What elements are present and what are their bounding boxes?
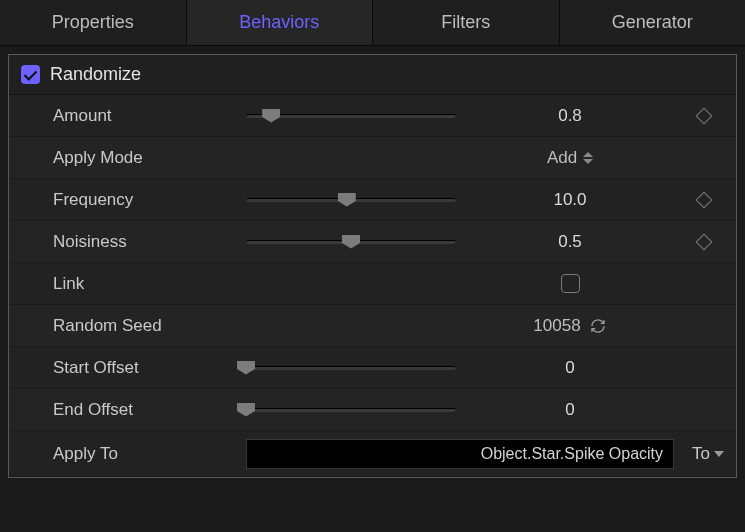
tab-properties[interactable]: Properties (0, 0, 187, 45)
regenerate-icon[interactable] (589, 317, 607, 335)
param-row-start-offset: Start Offset 0 (9, 347, 736, 389)
select-value: Add (547, 148, 577, 168)
tab-behaviors[interactable]: Behaviors (187, 0, 374, 45)
behavior-panel: Randomize Amount 0.8 Apply Mode Add Freq… (8, 54, 737, 478)
section-header: Randomize (9, 55, 736, 95)
tab-label: Properties (52, 12, 134, 33)
param-label: Frequency (53, 190, 238, 210)
frequency-slider[interactable] (246, 198, 456, 202)
param-label: End Offset (53, 400, 238, 420)
end-offset-value[interactable]: 0 (464, 400, 676, 420)
noisiness-value[interactable]: 0.5 (464, 232, 676, 252)
end-offset-slider[interactable] (246, 408, 456, 412)
apply-to-field[interactable]: Object.Star.Spike Opacity (246, 439, 674, 469)
param-label: Random Seed (53, 316, 238, 336)
param-label: Amount (53, 106, 238, 126)
stepper-icon (583, 152, 593, 164)
start-offset-value[interactable]: 0 (464, 358, 676, 378)
param-row-amount: Amount 0.8 (9, 95, 736, 137)
amount-value[interactable]: 0.8 (464, 106, 676, 126)
apply-to-menu[interactable]: To (692, 444, 724, 464)
param-label: Apply Mode (53, 148, 238, 168)
apply-mode-select[interactable]: Add (464, 148, 676, 168)
param-label: Start Offset (53, 358, 238, 378)
param-row-apply-mode: Apply Mode Add (9, 137, 736, 179)
chevron-down-icon (714, 451, 724, 457)
param-row-frequency: Frequency 10.0 (9, 179, 736, 221)
amount-slider[interactable] (246, 114, 456, 118)
apply-to-value: Object.Star.Spike Opacity (481, 445, 663, 463)
to-label: To (692, 444, 710, 464)
param-row-noisiness: Noisiness 0.5 (9, 221, 736, 263)
tab-label: Generator (612, 12, 693, 33)
section-title: Randomize (50, 64, 141, 85)
keyframe-icon[interactable] (696, 233, 713, 250)
link-checkbox[interactable] (561, 274, 580, 293)
param-label: Noisiness (53, 232, 238, 252)
keyframe-icon[interactable] (696, 107, 713, 124)
random-seed-value[interactable]: 10058 (533, 316, 580, 336)
start-offset-slider[interactable] (246, 366, 456, 370)
tab-filters[interactable]: Filters (373, 0, 560, 45)
tab-generator[interactable]: Generator (560, 0, 746, 45)
inspector-tabs: Properties Behaviors Filters Generator (0, 0, 745, 46)
enable-checkbox[interactable] (21, 65, 40, 84)
param-row-link: Link (9, 263, 736, 305)
tab-label: Behaviors (239, 12, 319, 33)
frequency-value[interactable]: 10.0 (464, 190, 676, 210)
param-row-random-seed: Random Seed 10058 (9, 305, 736, 347)
tab-label: Filters (441, 12, 490, 33)
param-row-apply-to: Apply To Object.Star.Spike Opacity To (9, 431, 736, 477)
param-label: Link (53, 274, 238, 294)
keyframe-icon[interactable] (696, 191, 713, 208)
param-label: Apply To (53, 444, 238, 464)
param-row-end-offset: End Offset 0 (9, 389, 736, 431)
noisiness-slider[interactable] (246, 240, 456, 244)
